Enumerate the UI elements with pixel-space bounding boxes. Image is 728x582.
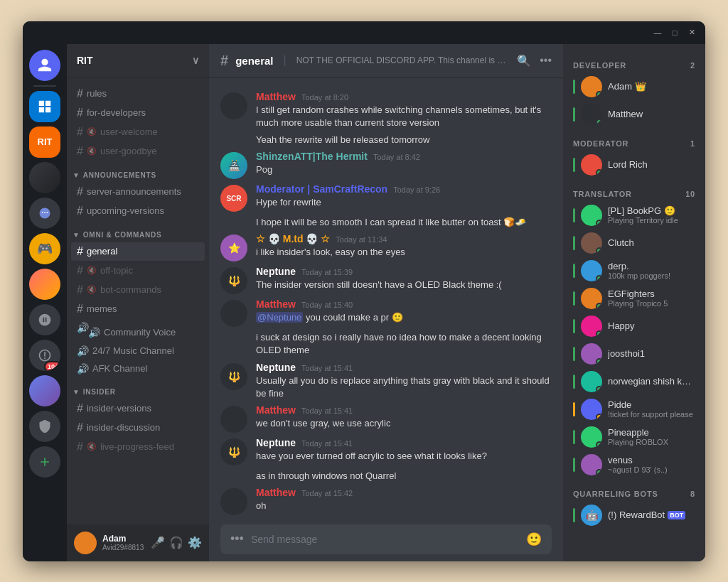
- minimize-button[interactable]: —: [653, 28, 663, 38]
- member-avatar: [581, 104, 602, 125]
- channel-item-bot-commands[interactable]: # 🔇 bot-commands: [71, 281, 205, 299]
- message-spacer: [220, 216, 247, 229]
- server-icon-2[interactable]: [29, 198, 60, 229]
- server-icon-8[interactable]: [29, 411, 60, 442]
- online-indicator: [573, 347, 575, 361]
- server-icon-7[interactable]: [29, 375, 60, 406]
- category-label: Translator: [573, 190, 632, 198]
- online-indicator: [573, 158, 575, 172]
- member-adam[interactable]: Adam 👑: [567, 73, 701, 100]
- channel-name: server-announcements: [87, 186, 199, 197]
- member-happy[interactable]: Happy: [567, 313, 701, 340]
- member-rewardbot[interactable]: 🤖 (!) RewardBot BOT: [567, 502, 701, 529]
- message-timestamp: Today at 9:26: [393, 185, 440, 194]
- title-bar: — □ ✕: [23, 21, 705, 44]
- settings-icon[interactable]: ⚙️: [188, 536, 202, 549]
- messages-area: Matthew Today at 8:20 I still get random…: [209, 78, 563, 517]
- channel-item-off-topic[interactable]: # 🔇 off-topic: [71, 262, 205, 280]
- message-timestamp: Today at 8:42: [373, 153, 420, 161]
- channel-item-afk[interactable]: 🔊 AFK Channel: [71, 360, 205, 377]
- bot-badge: BOT: [668, 511, 685, 519]
- channel-name: user-welcome: [100, 126, 199, 137]
- channel-name: bot-commands: [100, 284, 199, 295]
- member-info: derp. 100k mp poggers!: [608, 261, 695, 280]
- message-10: 🔱 Neptune Today at 15:41 Usually all you…: [209, 360, 563, 402]
- status-indicator: [596, 441, 602, 448]
- channel-item-music[interactable]: 🔊 24/7 Music Channel: [71, 343, 205, 360]
- member-avatar: [581, 399, 602, 420]
- search-icon[interactable]: 🔍: [517, 54, 531, 68]
- server-icon-3[interactable]: 🎮: [29, 233, 60, 264]
- status-indicator: [596, 358, 602, 365]
- server-icon-5[interactable]: [29, 304, 60, 335]
- member-info: Clutch: [608, 237, 695, 248]
- server-icon-windows[interactable]: [29, 91, 60, 122]
- channel-name: insider-discussion: [87, 422, 199, 433]
- channel-item-upcoming-versions[interactable]: # upcoming-versions: [71, 202, 205, 220]
- emoji-icon[interactable]: 🙂: [526, 532, 542, 547]
- message-timestamp: Today at 15:40: [301, 301, 353, 309]
- server-icon-rit[interactable]: RIT: [29, 126, 60, 158]
- message-11: Matthew Today at 15:41 we don't use gray…: [209, 403, 563, 434]
- message-avatar: ⭐: [220, 235, 247, 262]
- server-icon-1[interactable]: [29, 162, 60, 193]
- app-window: — □ ✕ RIT �: [23, 21, 705, 561]
- server-icon-6[interactable]: 104: [29, 340, 60, 371]
- member-bookpg[interactable]: [PL] BookPG 🙂 Playing Territory idle: [567, 202, 701, 229]
- channel-item-memes[interactable]: # memes: [71, 300, 205, 318]
- member-info: Lord Rich: [608, 159, 695, 170]
- mic-icon[interactable]: 🎤: [151, 536, 165, 549]
- member-venus[interactable]: venus ~agust D 93' (s..): [567, 451, 701, 478]
- online-indicator: [573, 458, 575, 472]
- server-icon-add[interactable]: [29, 446, 60, 478]
- member-info: Adam 👑: [608, 81, 695, 92]
- close-button[interactable]: ✕: [687, 28, 697, 38]
- member-pineapple[interactable]: Pineapple Playing ROBLOX: [567, 424, 701, 451]
- channel-item-rules[interactable]: # rules: [71, 85, 205, 103]
- member-avatar: [581, 76, 602, 97]
- member-pidde[interactable]: Pidde !ticket for support please: [567, 396, 701, 423]
- message-input[interactable]: [251, 534, 519, 545]
- online-indicator: [573, 374, 575, 389]
- channel-item-insider-versions[interactable]: # insider-versions: [71, 399, 205, 418]
- headphone-icon[interactable]: 🎧: [169, 536, 183, 549]
- channel-item-server-announcements[interactable]: # server-announcements: [71, 183, 205, 201]
- channel-topic: NOT THE OFFICIAL DISCORD APP. This chann…: [296, 55, 510, 65]
- member-matthew[interactable]: Matthew: [567, 101, 701, 128]
- channel-item-general[interactable]: # general: [71, 242, 205, 261]
- message-14: Matthew Today at 15:42 oh: [209, 485, 563, 517]
- message-spacer: [220, 470, 247, 483]
- member-derp[interactable]: derp. 100k mp poggers!: [567, 257, 701, 284]
- channel-item-live-progress[interactable]: # 🔇 live-progress-feed: [71, 438, 205, 456]
- channel-item-community-voice-main[interactable]: 🔊 Community Voice: [82, 324, 209, 341]
- member-norwegian[interactable]: norwegian shish keba: [567, 368, 701, 395]
- member-egfighters[interactable]: EGFighters Playing Tropico 5: [567, 285, 701, 312]
- server-name-header[interactable]: RIT ∨: [67, 44, 209, 78]
- maximize-button[interactable]: □: [670, 28, 680, 38]
- speaker-icon-2: 🔊: [88, 327, 100, 338]
- server-icon-4[interactable]: [29, 269, 60, 300]
- member-lord-rich[interactable]: Lord Rich: [567, 151, 701, 178]
- message-text: I hope it will be so smooth I can spread…: [256, 216, 552, 229]
- online-indicator: [573, 264, 575, 278]
- user-icon[interactable]: [29, 50, 60, 81]
- message-content: I hope it will be so smooth I can spread…: [256, 216, 552, 229]
- channel-item-for-developers[interactable]: # for-developers: [71, 104, 205, 122]
- message-avatar: 🔱: [220, 267, 247, 294]
- member-avatar: [581, 454, 602, 475]
- channel-item-user-goodbye[interactable]: # 🔇 user-goodbye: [71, 142, 205, 161]
- message-text: @Neptune you could make a pr 🙂: [256, 311, 552, 324]
- input-prefix-dots: •••: [230, 532, 244, 546]
- member-status: !ticket for support please: [608, 410, 695, 419]
- channel-item-user-welcome[interactable]: # 🔇 user-welcome: [71, 123, 205, 141]
- member-info: [PL] BookPG 🙂 Playing Territory idle: [608, 205, 695, 225]
- message-9: i suck at design so i really have no ide…: [209, 330, 563, 358]
- more-icon[interactable]: •••: [540, 54, 552, 68]
- member-name: (!) RewardBot BOT: [608, 510, 695, 520]
- channel-item-insider-discussion[interactable]: # insider-discussion: [71, 419, 205, 437]
- members-category-moderator: Moderator 1: [563, 134, 705, 151]
- member-name: Clutch: [608, 237, 695, 248]
- member-clutch[interactable]: Clutch: [567, 230, 701, 257]
- member-joosthoi1[interactable]: joosthoi1: [567, 340, 701, 367]
- message-text: Usually all you do is replace anything t…: [256, 374, 552, 400]
